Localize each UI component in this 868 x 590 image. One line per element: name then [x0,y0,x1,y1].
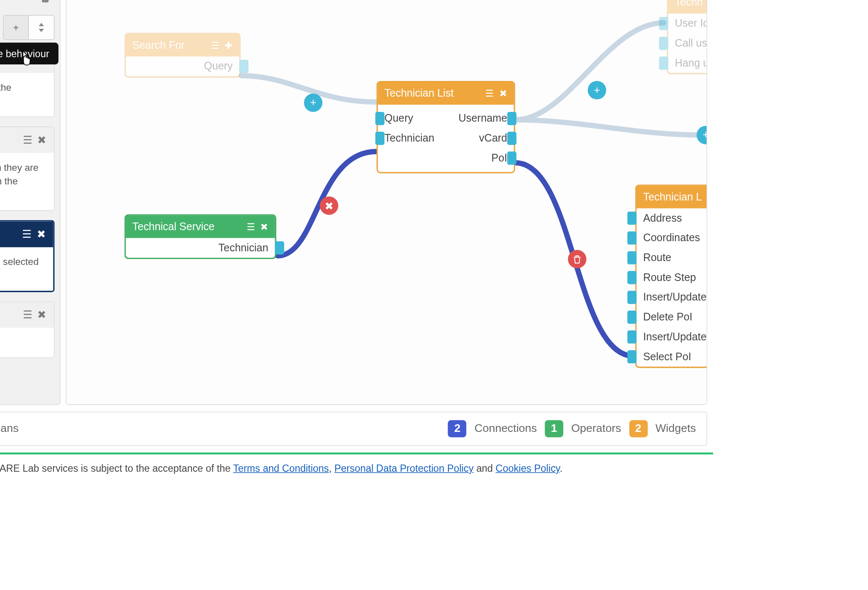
add-connection-button[interactable]: + [697,126,707,145]
widgets-label: Widgets [655,422,696,435]
node-title: Techn [675,0,707,8]
delete-connection-button[interactable] [568,250,587,269]
link-privacy[interactable]: Personal Data Protection Policy [334,462,473,473]
behaviour-card-selected[interactable]: Locate technicians☰✖ Show the current lo… [0,220,55,292]
node-search-for[interactable]: Search For☰✚ Query [125,33,241,78]
close-icon[interactable]: ✖ [37,309,46,321]
menu-icon[interactable]: ☰ [485,88,494,99]
close-icon[interactable]: ✖ [499,88,507,99]
behaviour-body: Find a technician by a name at the techn… [0,73,54,117]
add-icon[interactable]: ✚ [225,40,233,50]
node-technician-list[interactable]: Technician List☰✖ Query Technician Usern… [376,81,515,173]
status-current: Locate technicians [0,422,19,435]
close-icon[interactable]: ✖ [37,134,46,147]
sidebar-actions: + Create behaviour [0,15,55,40]
output-port-technician[interactable]: Technician [126,238,275,258]
output-port-username[interactable]: Username [446,109,507,128]
behaviour-card[interactable]: Display technician profile☰✖ Display tec… [0,126,55,211]
behaviour-title: Call a technician [0,309,17,321]
output-port-poi[interactable]: PoI [446,148,507,168]
input-port-route[interactable]: Route [637,248,707,268]
close-icon[interactable]: ✖ [260,222,268,232]
delete-connection-button[interactable]: ✖ [320,196,339,215]
input-port-coordinates[interactable]: Coordinates [637,228,707,248]
reorder-behaviours-button[interactable] [29,16,54,39]
input-port-deletepoi[interactable]: Delete PoI [637,307,707,327]
close-icon[interactable]: ✖ [37,228,45,241]
footer: 2016 © FIWARE. The use of FIWARE Lab ser… [0,462,713,483]
behaviour-title: Display technician profile [0,134,17,146]
wiring-canvas[interactable]: Search For☰✚ Query Technician List☰✖ Que… [66,0,707,405]
input-port-calluser[interactable]: Call use [668,33,707,53]
behaviours-sidebar: Behaviours + Create behaviour Allow tech… [0,0,61,405]
node-title: Search For [132,39,206,51]
unlock-icon[interactable] [40,0,50,6]
behaviour-card[interactable]: Call a technician☰✖ Make a videocall to … [0,301,55,358]
menu-icon[interactable]: ☰ [247,222,255,232]
input-port-technician[interactable]: Technician [384,128,446,148]
add-connection-button[interactable]: + [304,94,323,112]
input-port-query[interactable]: Query [384,109,446,128]
input-port-insertupdate2[interactable]: Insert/Update [637,327,707,347]
node-title: Technician L [643,191,707,203]
menu-icon[interactable]: ☰ [211,40,220,50]
add-connection-button[interactable]: + [588,81,606,100]
node-title: Technician List [384,88,480,100]
output-port-vcard[interactable]: vCard [446,128,507,148]
node-technical-service[interactable]: Technical Service☰✖ Technician [125,214,276,259]
node-title: Technical Service [132,221,241,233]
trash-icon [573,254,581,264]
connections-count: 2 [448,420,467,437]
behaviour-body: Show the current location of the selecte… [0,247,53,291]
node-technician-side[interactable]: Techn User Id Call use Hang u [667,0,707,74]
behaviour-title: Locate technicians [0,228,17,240]
create-behaviour-tooltip: Create behaviour [0,43,58,64]
operators-count: 1 [545,420,563,437]
output-port-query[interactable]: Query [126,56,239,76]
status-bar: Behaviour: Locate technicians 2 Connecti… [0,412,707,446]
link-terms[interactable]: Terms and Conditions [233,462,329,473]
svg-rect-10 [42,0,49,2]
create-behaviour-button[interactable]: + [4,16,29,39]
link-cookies[interactable]: Cookies Policy [495,462,559,473]
input-port-routestep[interactable]: Route Step [637,268,707,288]
menu-icon[interactable]: ☰ [23,134,32,147]
input-port-insertupdate1[interactable]: Insert/Update [637,287,707,307]
menu-icon[interactable]: ☰ [23,309,32,321]
divider [0,453,713,455]
sidebar-title-row: Behaviours [0,0,55,15]
menu-icon[interactable]: ☰ [22,228,31,241]
input-port-address[interactable]: Address [637,208,707,228]
connections-label: Connections [475,422,537,435]
node-technician-location[interactable]: Technician L Address Coordinates Route R… [635,184,707,368]
input-port-selectpoi[interactable]: Select PoI [637,347,707,367]
behaviour-action-pill: + [3,15,54,40]
behaviour-body: Display technician profiles when they ar… [0,153,54,211]
input-port-hangup[interactable]: Hang u [668,53,707,73]
operators-label: Operators [571,422,621,435]
widgets-count: 2 [629,420,648,437]
behaviour-body: Make a videocall to a selected [0,328,54,357]
input-port-userid[interactable]: User Id [668,14,707,33]
